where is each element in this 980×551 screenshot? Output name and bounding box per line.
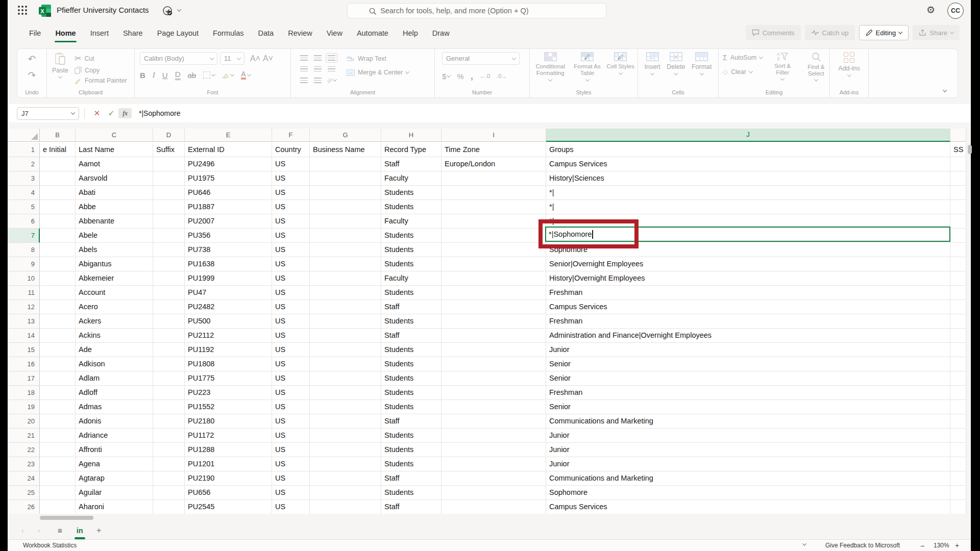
cell[interactable]: US bbox=[272, 314, 310, 329]
cell[interactable]: Senior bbox=[546, 371, 950, 386]
cell[interactable]: PU2190 bbox=[185, 471, 272, 486]
cell[interactable]: Faculty bbox=[381, 171, 442, 186]
cell[interactable]: PU2496 bbox=[185, 157, 272, 171]
cell[interactable] bbox=[153, 200, 185, 214]
cell[interactable]: Record Type bbox=[381, 143, 442, 157]
format-cells-button[interactable]: Format bbox=[692, 52, 712, 76]
cell[interactable]: PU1552 bbox=[185, 400, 272, 414]
cell[interactable]: PU656 bbox=[185, 486, 272, 500]
cell[interactable] bbox=[310, 200, 381, 214]
cell[interactable]: Sophomore bbox=[546, 486, 950, 500]
cell[interactable]: US bbox=[272, 214, 310, 229]
cell[interactable] bbox=[950, 443, 966, 457]
confirm-entry-icon[interactable]: ✓ bbox=[104, 109, 118, 118]
cell[interactable] bbox=[442, 429, 546, 443]
cell[interactable] bbox=[950, 171, 966, 186]
align-right-icon[interactable] bbox=[326, 64, 337, 74]
redo-icon[interactable]: ↷ bbox=[28, 69, 36, 81]
menu-tab-share[interactable]: Share bbox=[116, 21, 150, 45]
cell[interactable]: Country bbox=[272, 143, 310, 157]
column-header-H[interactable]: H bbox=[381, 129, 442, 142]
clear-button[interactable]: ◇Clear bbox=[723, 68, 763, 76]
cell[interactable]: Students bbox=[381, 443, 442, 457]
cell[interactable] bbox=[153, 243, 185, 257]
cell[interactable] bbox=[40, 286, 76, 300]
cell[interactable] bbox=[442, 357, 546, 371]
cell[interactable]: Adriance bbox=[76, 429, 153, 443]
cell[interactable]: PU1192 bbox=[185, 343, 272, 357]
cell[interactable] bbox=[310, 386, 381, 400]
row-header-18[interactable]: 18 bbox=[8, 386, 40, 400]
row-header-24[interactable]: 24 bbox=[8, 471, 40, 486]
cell[interactable] bbox=[950, 486, 966, 500]
cell[interactable]: US bbox=[272, 429, 310, 443]
cell[interactable]: PU1288 bbox=[185, 443, 272, 457]
cell[interactable] bbox=[950, 343, 966, 357]
cell[interactable]: US bbox=[272, 500, 310, 514]
cell[interactable] bbox=[153, 343, 185, 357]
cell[interactable]: PU1999 bbox=[185, 271, 272, 286]
cell[interactable] bbox=[40, 214, 76, 229]
cell[interactable] bbox=[40, 414, 76, 429]
cell[interactable]: Abele bbox=[76, 229, 153, 243]
row-header-7[interactable]: 7 bbox=[8, 229, 40, 243]
row-header-19[interactable]: 19 bbox=[8, 400, 40, 414]
cell[interactable] bbox=[40, 500, 76, 514]
cell[interactable]: Ade bbox=[76, 343, 153, 357]
cell[interactable]: US bbox=[272, 200, 310, 214]
cell[interactable]: Time Zone bbox=[442, 143, 546, 157]
cell[interactable]: Students bbox=[381, 200, 442, 214]
cell[interactable]: US bbox=[272, 400, 310, 414]
cell[interactable] bbox=[153, 171, 185, 186]
wrap-text-button[interactable]: ab Wrap Text bbox=[347, 55, 409, 62]
cell[interactable]: PU2112 bbox=[185, 329, 272, 343]
menu-tab-draw[interactable]: Draw bbox=[425, 21, 457, 45]
menu-tab-review[interactable]: Review bbox=[281, 21, 320, 45]
format-as-table-button[interactable]: 🖊 Format As Table bbox=[571, 52, 604, 82]
cell[interactable]: Ackers bbox=[76, 314, 153, 329]
cell[interactable] bbox=[442, 214, 546, 229]
cell[interactable] bbox=[442, 386, 546, 400]
cell[interactable]: Faculty bbox=[381, 271, 442, 286]
column-header-D[interactable]: D bbox=[153, 129, 185, 142]
cell[interactable] bbox=[442, 414, 546, 429]
cell[interactable] bbox=[442, 243, 546, 257]
text-orientation-icon[interactable]: ab bbox=[326, 76, 337, 85]
cell[interactable]: SS bbox=[950, 143, 966, 157]
prev-sheet-icon[interactable]: ‹ bbox=[16, 527, 29, 535]
cell[interactable]: Campus Services bbox=[546, 157, 950, 171]
fill-color-button[interactable] bbox=[222, 71, 234, 79]
cell[interactable]: PU646 bbox=[185, 186, 272, 200]
cell[interactable] bbox=[40, 329, 76, 343]
cell[interactable] bbox=[950, 200, 966, 214]
cell[interactable]: *| bbox=[546, 200, 950, 214]
cell[interactable] bbox=[310, 157, 381, 171]
cell[interactable] bbox=[310, 286, 381, 300]
menu-tab-view[interactable]: View bbox=[320, 21, 350, 45]
underline-button[interactable]: U bbox=[162, 71, 168, 80]
bold-button[interactable]: B bbox=[140, 71, 145, 80]
menu-tab-automate[interactable]: Automate bbox=[350, 21, 396, 45]
currency-format-button[interactable]: $ bbox=[442, 72, 450, 81]
cell[interactable]: Staff bbox=[381, 157, 442, 171]
cell[interactable] bbox=[442, 314, 546, 329]
app-launcher-icon[interactable] bbox=[18, 6, 27, 15]
row-header-3[interactable]: 3 bbox=[8, 171, 40, 186]
decrease-indent-icon[interactable] bbox=[298, 76, 310, 85]
cell[interactable] bbox=[950, 471, 966, 486]
cell[interactable] bbox=[153, 486, 185, 500]
italic-button[interactable]: I bbox=[153, 71, 155, 80]
cell[interactable]: Ackins bbox=[76, 329, 153, 343]
row-header-20[interactable]: 20 bbox=[8, 414, 40, 429]
cell[interactable]: Staff bbox=[381, 471, 442, 486]
row-header-4[interactable]: 4 bbox=[8, 186, 40, 200]
cell[interactable] bbox=[442, 171, 546, 186]
cell[interactable]: Students bbox=[381, 343, 442, 357]
cell[interactable] bbox=[442, 329, 546, 343]
copy-button[interactable]: Copy bbox=[75, 66, 127, 74]
cell[interactable]: PU1975 bbox=[185, 171, 272, 186]
cell[interactable] bbox=[153, 400, 185, 414]
cell[interactable]: US bbox=[272, 386, 310, 400]
cell[interactable]: US bbox=[272, 300, 310, 314]
cell[interactable]: Students bbox=[381, 386, 442, 400]
